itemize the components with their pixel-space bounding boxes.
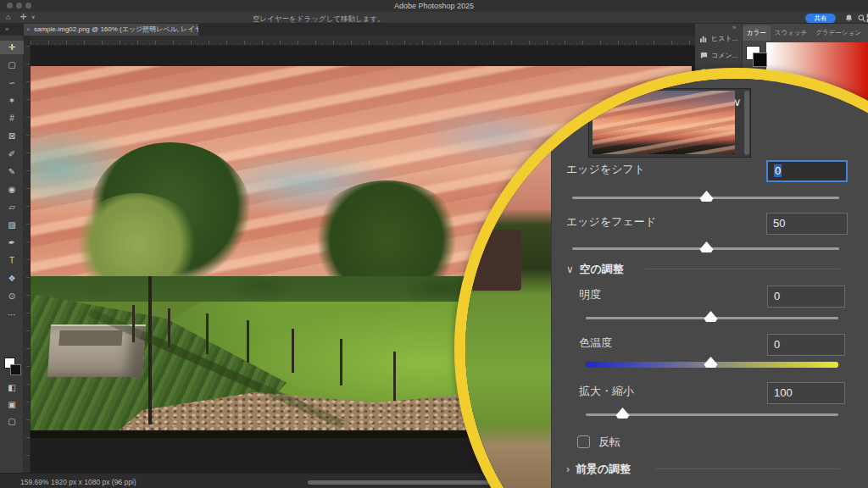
tab-close-icon[interactable]: × [26, 24, 31, 36]
tool-hand[interactable]: ❖ [0, 272, 24, 286]
move-tool-icon[interactable]: ✛ [20, 12, 27, 23]
temperature-input[interactable]: 0 [767, 334, 845, 356]
pole [148, 276, 152, 424]
fence-post [206, 313, 209, 354]
color-swatches[interactable] [4, 358, 21, 376]
tool-magic-wand[interactable]: ✶ [0, 94, 24, 108]
fence-post [393, 352, 396, 401]
tool-eraser[interactable]: ▱ [0, 201, 24, 214]
edge-shift-input[interactable]: 0 [766, 160, 848, 182]
histogram-icon [700, 35, 708, 42]
histogram-panel-button[interactable]: ヒスト... [700, 32, 743, 46]
document-tab[interactable]: sample-img02.png @ 160% (エッジ照明レベル, レイヤーマ… [24, 24, 198, 36]
tool-frame[interactable]: ⊠ [0, 130, 24, 143]
tab-color[interactable]: カラー [743, 25, 771, 41]
titlebar: Adobe Photoshop 2025 [0, 0, 868, 12]
sky-preset-chevron-icon[interactable]: ∨ [733, 96, 742, 108]
tool-crop[interactable]: # [0, 112, 24, 125]
foreground-adjustments-section[interactable]: ›前景の調整 [566, 462, 631, 477]
horizontal-ruler [31, 36, 695, 46]
document-size: 1920 px x 1080 px (96 ppi) [51, 478, 136, 486]
tab-gradients[interactable]: グラデーション [811, 25, 865, 41]
section-chevron-down-icon: ∨ [566, 263, 574, 275]
screen-mode-icon[interactable]: ▣ [0, 398, 24, 412]
color-sampler-ring[interactable] [768, 44, 774, 50]
vertical-ruler [24, 46, 31, 473]
magnified-building [470, 230, 521, 291]
flip-checkbox[interactable] [577, 435, 590, 448]
tool-gradient[interactable]: ▨ [0, 219, 24, 232]
panel-tabs: カラー スウォッチ グラデーション パターン [743, 25, 868, 41]
tool-move[interactable]: ✛ [0, 41, 24, 54]
window-title: Adobe Photoshop 2025 [0, 2, 868, 10]
home-icon[interactable]: ⌂ [6, 12, 10, 23]
ruler-origin [24, 36, 31, 46]
edge-fade-input[interactable]: 50 [766, 213, 848, 235]
edge-shift-label: エッジをシフト [566, 162, 645, 177]
tools-panel: ✛ ▢ ∽ ✶ # ⊠ ✐ ✎ ◉ ▱ ▨ ✒ T ❖ ⊙ ⋯ ◧ ▣ ▢ [0, 36, 24, 473]
status-chevron-icon[interactable]: › [117, 478, 120, 486]
sky-preset-scrollbar[interactable] [744, 91, 749, 155]
search-icon[interactable] [857, 14, 866, 23]
tool-zoom[interactable]: ⊙ [0, 290, 24, 303]
options-bar: ⌂ ✛ ∨ 空レイヤーをドラッグして移動します。 共有 [0, 12, 868, 24]
sky-preset-thumbnail[interactable] [593, 91, 735, 154]
fence-post [340, 339, 342, 385]
tool-brush[interactable]: ✎ [0, 165, 24, 179]
edit-toolbar-icon[interactable]: ⋯ [0, 308, 24, 322]
tool-marquee[interactable]: ▢ [0, 58, 24, 72]
toolbar-flyout-icon[interactable]: » [5, 25, 8, 33]
concrete-structure-interior [58, 330, 122, 346]
quick-mask-icon[interactable]: ◧ [0, 381, 24, 395]
tool-type[interactable]: T [0, 254, 24, 268]
fence-post [247, 320, 249, 363]
background-color[interactable] [10, 364, 21, 375]
comments-panel-button[interactable]: コメン... [700, 49, 743, 63]
notifications-bell-icon[interactable] [844, 14, 854, 23]
tool-pen[interactable]: ✒ [0, 236, 24, 250]
comment-icon [700, 52, 708, 59]
sky-adjustments-section[interactable]: ∨空の調整 [566, 262, 624, 277]
section-divider [645, 269, 840, 269]
brightness-label: 明度 [579, 287, 601, 302]
scale-label: 拡大・縮小 [579, 384, 634, 399]
panel-background-color[interactable] [753, 53, 767, 67]
tool-eyedropper[interactable]: ✐ [0, 147, 24, 161]
zoom-level[interactable]: 159.69% [20, 478, 49, 486]
tool-lasso[interactable]: ∽ [0, 76, 24, 90]
temperature-label: 色温度 [579, 336, 612, 351]
photoshop-window: Adobe Photoshop 2025 ⌂ ✛ ∨ 空レイヤーをドラッグして移… [0, 0, 868, 488]
share-button[interactable]: 共有 [805, 14, 836, 23]
fence-post [292, 329, 294, 373]
edge-fade-label: エッジをフェード [566, 214, 656, 230]
section-chevron-right-icon: › [566, 463, 570, 475]
brightness-input[interactable]: 0 [767, 286, 845, 308]
tab-swatches[interactable]: スウォッチ [771, 25, 811, 41]
collapse-panels-icon[interactable]: » [732, 24, 736, 31]
tool-clone-stamp[interactable]: ◉ [0, 183, 24, 197]
horizontal-scrollbar[interactable] [308, 480, 506, 485]
section-divider [656, 469, 840, 469]
extras-icon[interactable]: ▢ [0, 415, 24, 429]
flip-label: 反転 [598, 435, 620, 450]
chevron-down-icon[interactable]: ∨ [31, 12, 35, 23]
scale-input[interactable]: 100 [767, 382, 845, 404]
